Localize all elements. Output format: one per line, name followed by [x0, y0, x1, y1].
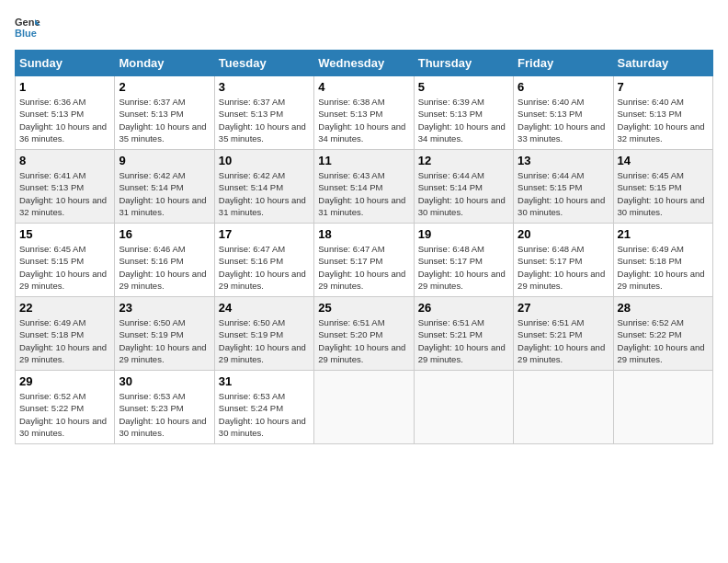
day-number: 19 — [418, 227, 509, 241]
calendar-cell-30: 30Sunrise: 6:53 AM Sunset: 5:23 PM Dayli… — [115, 371, 214, 444]
calendar-week-4: 22Sunrise: 6:49 AM Sunset: 5:18 PM Dayli… — [16, 297, 713, 371]
day-number: 2 — [119, 80, 210, 94]
header-day-thursday: Thursday — [414, 51, 513, 76]
day-info: Sunrise: 6:37 AM Sunset: 5:13 PM Dayligh… — [219, 96, 310, 144]
day-number: 10 — [219, 154, 310, 167]
day-number: 12 — [418, 154, 509, 167]
calendar-cell-3: 3Sunrise: 6:37 AM Sunset: 5:13 PM Daylig… — [214, 76, 313, 150]
header-day-sunday: Sunday — [16, 51, 115, 76]
day-number: 5 — [418, 80, 509, 94]
day-number: 31 — [219, 374, 310, 388]
days-header-row: SundayMondayTuesdayWednesdayThursdayFrid… — [16, 51, 713, 76]
day-number: 27 — [518, 301, 609, 315]
day-info: Sunrise: 6:49 AM Sunset: 5:18 PM Dayligh… — [19, 316, 110, 365]
calendar-cell-empty — [514, 371, 613, 444]
calendar-cell-16: 16Sunrise: 6:46 AM Sunset: 5:16 PM Dayli… — [115, 224, 214, 297]
day-number: 4 — [318, 80, 409, 94]
day-number: 7 — [618, 80, 709, 94]
calendar-cell-5: 5Sunrise: 6:39 AM Sunset: 5:13 PM Daylig… — [414, 76, 513, 150]
day-number: 11 — [318, 154, 409, 167]
day-info: Sunrise: 6:44 AM Sunset: 5:14 PM Dayligh… — [418, 169, 509, 218]
header-day-saturday: Saturday — [613, 51, 712, 76]
header-day-wednesday: Wednesday — [314, 51, 414, 76]
day-info: Sunrise: 6:37 AM Sunset: 5:13 PM Dayligh… — [119, 96, 210, 144]
day-info: Sunrise: 6:39 AM Sunset: 5:13 PM Dayligh… — [418, 96, 509, 144]
day-info: Sunrise: 6:50 AM Sunset: 5:19 PM Dayligh… — [119, 316, 210, 365]
day-number: 16 — [119, 227, 210, 241]
calendar-cell-2: 2Sunrise: 6:37 AM Sunset: 5:13 PM Daylig… — [115, 76, 214, 150]
day-info: Sunrise: 6:47 AM Sunset: 5:16 PM Dayligh… — [219, 243, 310, 292]
calendar-cell-13: 13Sunrise: 6:44 AM Sunset: 5:15 PM Dayli… — [514, 150, 613, 224]
day-number: 30 — [119, 374, 210, 388]
day-number: 13 — [518, 154, 609, 167]
day-number: 14 — [618, 154, 709, 167]
calendar-cell-9: 9Sunrise: 6:42 AM Sunset: 5:14 PM Daylig… — [115, 150, 214, 224]
day-info: Sunrise: 6:52 AM Sunset: 5:22 PM Dayligh… — [19, 390, 110, 439]
day-number: 18 — [318, 227, 409, 241]
day-info: Sunrise: 6:50 AM Sunset: 5:19 PM Dayligh… — [219, 316, 310, 365]
logo: General Blue — [15, 15, 44, 40]
calendar-cell-7: 7Sunrise: 6:40 AM Sunset: 5:13 PM Daylig… — [613, 76, 712, 150]
calendar-cell-8: 8Sunrise: 6:41 AM Sunset: 5:13 PM Daylig… — [16, 150, 115, 224]
calendar-week-5: 29Sunrise: 6:52 AM Sunset: 5:22 PM Dayli… — [16, 371, 713, 444]
calendar-cell-empty — [613, 371, 712, 444]
calendar-cell-20: 20Sunrise: 6:48 AM Sunset: 5:17 PM Dayli… — [514, 224, 613, 297]
calendar-cell-21: 21Sunrise: 6:49 AM Sunset: 5:18 PM Dayli… — [613, 224, 712, 297]
calendar-cell-26: 26Sunrise: 6:51 AM Sunset: 5:21 PM Dayli… — [414, 297, 513, 371]
day-number: 15 — [19, 227, 110, 241]
day-number: 25 — [318, 301, 409, 315]
day-number: 20 — [518, 227, 609, 241]
calendar-cell-17: 17Sunrise: 6:47 AM Sunset: 5:16 PM Dayli… — [214, 224, 313, 297]
day-number: 8 — [19, 154, 110, 167]
page-header: General Blue — [15, 15, 713, 40]
calendar-cell-14: 14Sunrise: 6:45 AM Sunset: 5:15 PM Dayli… — [613, 150, 712, 224]
calendar-cell-25: 25Sunrise: 6:51 AM Sunset: 5:20 PM Dayli… — [314, 297, 414, 371]
day-info: Sunrise: 6:38 AM Sunset: 5:13 PM Dayligh… — [318, 96, 409, 144]
calendar-cell-31: 31Sunrise: 6:53 AM Sunset: 5:24 PM Dayli… — [214, 371, 313, 444]
day-info: Sunrise: 6:40 AM Sunset: 5:13 PM Dayligh… — [518, 96, 609, 144]
day-number: 24 — [219, 301, 310, 315]
calendar-cell-18: 18Sunrise: 6:47 AM Sunset: 5:17 PM Dayli… — [314, 224, 414, 297]
day-number: 22 — [19, 301, 110, 315]
day-number: 9 — [119, 154, 210, 167]
calendar-week-3: 15Sunrise: 6:45 AM Sunset: 5:15 PM Dayli… — [16, 224, 713, 297]
calendar-cell-empty — [414, 371, 513, 444]
calendar-cell-15: 15Sunrise: 6:45 AM Sunset: 5:15 PM Dayli… — [16, 224, 115, 297]
day-info: Sunrise: 6:53 AM Sunset: 5:24 PM Dayligh… — [219, 390, 310, 439]
day-number: 28 — [618, 301, 709, 315]
logo-icon: General Blue — [15, 15, 40, 40]
day-info: Sunrise: 6:40 AM Sunset: 5:13 PM Dayligh… — [618, 96, 709, 144]
calendar-cell-10: 10Sunrise: 6:42 AM Sunset: 5:14 PM Dayli… — [214, 150, 313, 224]
day-info: Sunrise: 6:46 AM Sunset: 5:16 PM Dayligh… — [119, 243, 210, 292]
day-info: Sunrise: 6:52 AM Sunset: 5:22 PM Dayligh… — [618, 316, 709, 365]
day-info: Sunrise: 6:51 AM Sunset: 5:21 PM Dayligh… — [518, 316, 609, 365]
day-info: Sunrise: 6:53 AM Sunset: 5:23 PM Dayligh… — [119, 390, 210, 439]
day-info: Sunrise: 6:44 AM Sunset: 5:15 PM Dayligh… — [518, 169, 609, 218]
day-info: Sunrise: 6:42 AM Sunset: 5:14 PM Dayligh… — [219, 169, 310, 218]
calendar-cell-empty — [314, 371, 414, 444]
day-info: Sunrise: 6:51 AM Sunset: 5:21 PM Dayligh… — [418, 316, 509, 365]
day-info: Sunrise: 6:43 AM Sunset: 5:14 PM Dayligh… — [318, 169, 409, 218]
day-number: 21 — [618, 227, 709, 241]
day-number: 23 — [119, 301, 210, 315]
calendar-cell-28: 28Sunrise: 6:52 AM Sunset: 5:22 PM Dayli… — [613, 297, 712, 371]
calendar-cell-4: 4Sunrise: 6:38 AM Sunset: 5:13 PM Daylig… — [314, 76, 414, 150]
svg-text:Blue: Blue — [15, 28, 37, 39]
day-info: Sunrise: 6:48 AM Sunset: 5:17 PM Dayligh… — [518, 243, 609, 292]
calendar-week-1: 1Sunrise: 6:36 AM Sunset: 5:13 PM Daylig… — [16, 76, 713, 150]
day-number: 3 — [219, 80, 310, 94]
day-info: Sunrise: 6:41 AM Sunset: 5:13 PM Dayligh… — [19, 169, 110, 218]
day-info: Sunrise: 6:47 AM Sunset: 5:17 PM Dayligh… — [318, 243, 409, 292]
day-info: Sunrise: 6:48 AM Sunset: 5:17 PM Dayligh… — [418, 243, 509, 292]
calendar-cell-19: 19Sunrise: 6:48 AM Sunset: 5:17 PM Dayli… — [414, 224, 513, 297]
day-info: Sunrise: 6:36 AM Sunset: 5:13 PM Dayligh… — [19, 96, 110, 144]
calendar-cell-24: 24Sunrise: 6:50 AM Sunset: 5:19 PM Dayli… — [214, 297, 313, 371]
calendar-cell-23: 23Sunrise: 6:50 AM Sunset: 5:19 PM Dayli… — [115, 297, 214, 371]
header-day-friday: Friday — [514, 51, 613, 76]
calendar-cell-1: 1Sunrise: 6:36 AM Sunset: 5:13 PM Daylig… — [16, 76, 115, 150]
day-info: Sunrise: 6:45 AM Sunset: 5:15 PM Dayligh… — [19, 243, 110, 292]
calendar-cell-11: 11Sunrise: 6:43 AM Sunset: 5:14 PM Dayli… — [314, 150, 414, 224]
calendar-cell-6: 6Sunrise: 6:40 AM Sunset: 5:13 PM Daylig… — [514, 76, 613, 150]
day-info: Sunrise: 6:45 AM Sunset: 5:15 PM Dayligh… — [618, 169, 709, 218]
calendar-cell-22: 22Sunrise: 6:49 AM Sunset: 5:18 PM Dayli… — [16, 297, 115, 371]
